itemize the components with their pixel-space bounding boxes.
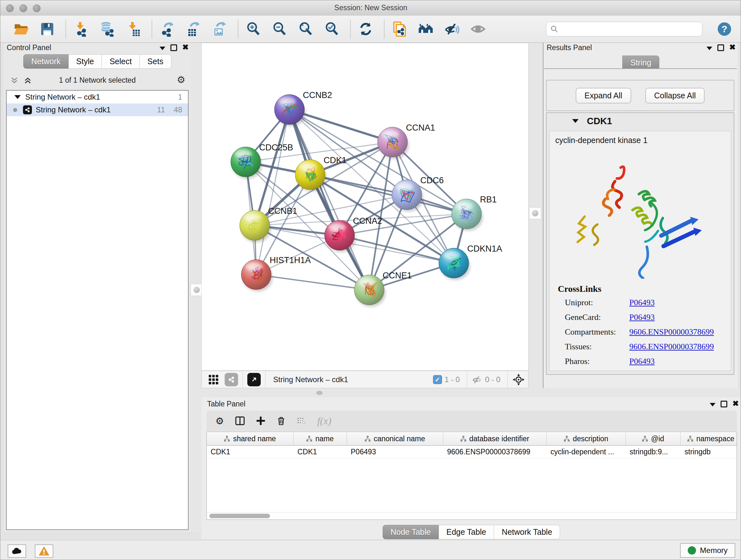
warning-icon <box>39 547 49 556</box>
table-cell[interactable]: cyclin-dependent ... <box>547 446 626 458</box>
zoom-out-icon[interactable] <box>272 21 287 37</box>
panel-minimize-icon[interactable] <box>706 47 712 50</box>
memory-button[interactable]: Memory <box>680 543 735 558</box>
open-session-icon[interactable] <box>13 21 29 37</box>
panel-close-icon[interactable]: ✖ <box>732 400 739 407</box>
panel-close-icon[interactable]: ✖ <box>182 44 189 51</box>
left-splitter-handle[interactable] <box>191 284 203 296</box>
table-cell[interactable]: stringdb <box>681 446 737 458</box>
crosslink-link[interactable]: 9606.ENSP00000378699 <box>629 327 714 337</box>
horizontal-splitter-handle[interactable] <box>316 391 323 395</box>
show-columns-icon[interactable] <box>235 416 245 426</box>
refresh-layout-icon[interactable] <box>358 21 374 37</box>
selected-items-checkbox[interactable]: ✓ <box>433 375 442 384</box>
panel-close-icon[interactable]: ✖ <box>729 44 736 51</box>
import-table-file-icon[interactable] <box>125 21 141 37</box>
network-node-CCNE1[interactable]: CCNE1 <box>354 271 412 307</box>
table-row[interactable]: CDK1CDK1P064939606.ENSP00000378699cyclin… <box>207 446 737 458</box>
column-header-database-identifier[interactable]: database identifier <box>443 432 547 445</box>
collapse-card-icon[interactable] <box>572 119 579 123</box>
network-node-CCNA1[interactable]: CCNA1 <box>378 123 435 159</box>
detach-view-icon[interactable] <box>247 373 261 386</box>
tab-edge-table[interactable]: Edge Table <box>439 525 494 539</box>
table-cell[interactable]: P06493 <box>347 446 443 458</box>
expand-all-button[interactable]: Expand All <box>576 88 631 104</box>
network-node-CDK1[interactable]: CDK1 <box>295 155 347 192</box>
network-options-gear-icon[interactable]: ⚙ <box>177 74 185 85</box>
global-search[interactable] <box>546 22 702 37</box>
export-image-icon[interactable] <box>212 21 227 37</box>
network-node-HIST1H1A[interactable]: HIST1H1A <box>241 255 311 292</box>
copy-documents-share-icon[interactable] <box>392 21 408 37</box>
grid-view-icon[interactable] <box>209 375 218 384</box>
crosslink-link[interactable]: P06493 <box>629 313 655 322</box>
network-row[interactable]: String Network – cdk1 11 48 <box>7 104 188 116</box>
zoom-in-icon[interactable] <box>246 21 261 37</box>
network-node-CCNB1[interactable]: CCNB1 <box>240 206 297 242</box>
crosslink-link[interactable]: P06493 <box>629 357 655 366</box>
network-node-RB1[interactable]: RB1 <box>452 195 497 231</box>
hide-eye-icon[interactable] <box>444 21 460 37</box>
help-button[interactable]: ? <box>717 21 732 37</box>
protein-card-header[interactable]: CDK1 <box>547 113 734 129</box>
tab-network[interactable]: Network <box>23 54 69 69</box>
panel-float-icon[interactable] <box>171 44 177 51</box>
zoom-fit-icon[interactable] <box>298 21 314 37</box>
panel-float-icon[interactable] <box>718 44 724 51</box>
search-input[interactable] <box>561 24 698 34</box>
scrollbar-thumb[interactable] <box>209 514 270 518</box>
panel-float-icon[interactable] <box>721 401 727 408</box>
save-session-icon[interactable] <box>39 21 55 37</box>
export-table-icon[interactable] <box>185 21 201 37</box>
tab-sets[interactable]: Sets <box>140 54 172 69</box>
crosslink-link[interactable]: 9606.ENSP00000378699 <box>629 342 714 352</box>
column-header-canonical-name[interactable]: canonical name <box>347 432 443 445</box>
export-network-icon[interactable] <box>159 21 175 37</box>
column-header-name[interactable]: name <box>293 432 347 445</box>
table-cell[interactable]: stringdb:9... <box>626 446 681 458</box>
import-network-database-icon[interactable] <box>99 21 115 37</box>
table-horizontal-scrollbar[interactable] <box>207 512 737 519</box>
crosslink-link[interactable]: P06493 <box>629 298 655 307</box>
right-splitter[interactable] <box>529 43 543 388</box>
left-splitter[interactable] <box>191 43 201 532</box>
table-cell[interactable]: 9606.ENSP00000378699 <box>443 446 547 458</box>
column-header--id[interactable]: @id <box>626 432 681 445</box>
network-selection-status: 1 of 1 Network selected <box>3 76 191 84</box>
panel-minimize-icon[interactable] <box>159 47 165 50</box>
network-node-CCNA2[interactable]: CCNA2 <box>325 216 382 252</box>
import-network-file-icon[interactable] <box>73 21 89 37</box>
node-label-CCNE1: CCNE1 <box>383 271 412 280</box>
column-header-namespace[interactable]: namespace <box>681 432 737 445</box>
add-column-icon[interactable] <box>256 416 266 426</box>
column-header-shared-name[interactable]: shared name <box>207 432 293 445</box>
cloud-status-button[interactable] <box>8 544 26 558</box>
table-cell[interactable]: CDK1 <box>293 446 347 458</box>
panel-minimize-icon[interactable] <box>710 403 716 407</box>
column-header-description[interactable]: description <box>547 432 626 445</box>
tab-network-table[interactable]: Network Table <box>494 525 560 539</box>
warning-status-button[interactable] <box>35 544 53 558</box>
network-canvas[interactable]: CCNB2CCNA1CDC25BCDK1CDC6RB1CCNB1CCNA2CDK… <box>201 43 529 371</box>
collection-expand-icon[interactable] <box>14 95 21 99</box>
tab-string[interactable]: String <box>622 56 659 70</box>
two-houses-icon[interactable] <box>418 21 434 37</box>
network-share-icon[interactable] <box>225 373 238 386</box>
collapse-all-button[interactable]: Collapse All <box>645 88 705 104</box>
tab-select[interactable]: Select <box>102 54 139 69</box>
network-node-CDC25B[interactable]: CDC25B <box>231 143 293 179</box>
table-options-gear-icon[interactable]: ⚙ <box>215 415 224 427</box>
tab-style[interactable]: Style <box>69 54 102 69</box>
network-node-CDKN1A[interactable]: CDKN1A <box>439 244 502 280</box>
horizontal-splitter[interactable] <box>201 388 741 397</box>
tab-node-table[interactable]: Node Table <box>383 525 439 539</box>
zoom-selected-icon[interactable] <box>324 21 340 37</box>
show-eye-icon[interactable] <box>470 21 486 37</box>
network-collection-row[interactable]: String Network – cdk1 1 <box>7 91 188 104</box>
hidden-items-eye-icon[interactable] <box>472 374 482 385</box>
string-network-graph[interactable]: CCNB2CCNA1CDC25BCDK1CDC6RB1CCNB1CCNA2CDK… <box>202 43 528 370</box>
right-splitter-handle[interactable] <box>529 207 541 219</box>
table-cell[interactable]: CDK1 <box>207 446 293 458</box>
delete-column-icon[interactable] <box>276 416 286 426</box>
birdseye-crosshair-icon[interactable] <box>512 373 525 386</box>
